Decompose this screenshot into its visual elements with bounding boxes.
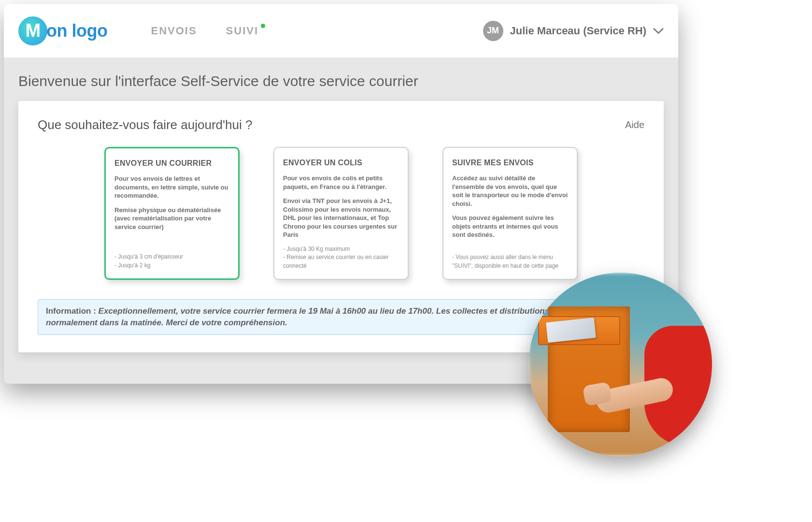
logo-mark-icon: M xyxy=(18,16,47,45)
option-card-envoyer-courrier[interactable]: ENVOYER UN COURRIER Pour vos envois de l… xyxy=(104,147,240,280)
option-card-suivre-envois[interactable]: SUIVRE MES ENVOIS Accédez au suivi détai… xyxy=(442,147,578,280)
option-desc: Vous pouvez également suivre les objets … xyxy=(452,214,568,239)
nav-item-suivi[interactable]: SUIVI xyxy=(226,25,258,37)
option-desc: Pour vos envois de colis et petits paque… xyxy=(283,174,399,191)
page-title: Bienvenue sur l'interface Self-Service d… xyxy=(18,73,664,89)
option-title: ENVOYER UN COLIS xyxy=(283,159,399,167)
avatar: JM xyxy=(483,21,503,41)
option-card-envoyer-colis[interactable]: ENVOYER UN COLIS Pour vos envois de coli… xyxy=(273,147,409,280)
nav-item-label: ENVOIS xyxy=(151,25,197,37)
notification-dot-icon xyxy=(261,24,265,28)
option-desc: Envoi via TNT pour les envois à J+1, Col… xyxy=(283,197,399,239)
user-menu[interactable]: JM Julie Marceau (Service RH) xyxy=(483,21,664,41)
option-title: SUIVRE MES ENVOIS xyxy=(452,159,568,167)
option-meta: - Vous pouvez aussi aller dans le menu "… xyxy=(452,253,568,270)
logo-text: on logo xyxy=(46,21,107,41)
option-meta: - Jusqu'à 3 cm d'épaisseur - Jusqu'à 2 k… xyxy=(114,253,229,270)
app-window: M on logo ENVOIS SUIVI JM Julie Marceau … xyxy=(4,4,678,384)
feature-image-icon xyxy=(528,273,712,456)
user-display-name: Julie Marceau (Service RH) xyxy=(510,25,646,37)
card-title: Que souhaitez-vous faire aujourd'hui ? xyxy=(38,117,252,132)
options-row: ENVOYER UN COURRIER Pour vos envois de l… xyxy=(38,147,644,280)
option-title: ENVOYER UN COURRIER xyxy=(114,159,229,168)
primary-nav: ENVOIS SUIVI xyxy=(151,25,258,37)
card-header-row: Que souhaitez-vous faire aujourd'hui ? A… xyxy=(38,117,644,132)
option-desc: Remise physique ou dématérialisée (avec … xyxy=(114,206,229,232)
app-header: M on logo ENVOIS SUIVI JM Julie Marceau … xyxy=(4,4,678,59)
help-link[interactable]: Aide xyxy=(625,119,644,130)
nav-item-envois[interactable]: ENVOIS xyxy=(151,25,197,37)
info-prefix: Information : xyxy=(46,306,99,316)
option-desc: Accédez au suivi détaillé de l'ensemble … xyxy=(452,174,568,208)
option-meta: - Jusqu'à 30 Kg maximum - Remise au serv… xyxy=(283,245,399,270)
chevron-down-icon xyxy=(653,28,664,34)
option-desc: Pour vos envois de lettres et documents,… xyxy=(114,174,229,200)
logo[interactable]: M on logo xyxy=(18,16,107,45)
nav-item-label: SUIVI xyxy=(226,25,258,37)
